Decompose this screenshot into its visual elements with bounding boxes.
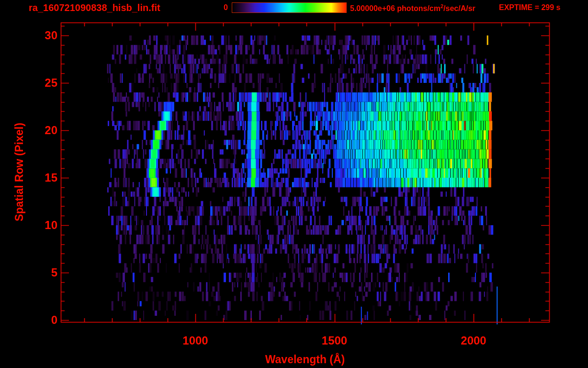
y-tick-label: 30 [29,29,57,42]
y-tick-label: 25 [29,76,57,90]
exptime-label: EXPTIME = 299 s [499,3,561,12]
x-axis-title: Wavelength (Å) [228,353,382,366]
file-title: ra_160721090838_hisb_lin.fit [29,2,160,13]
colorbar-max-suffix: /sec/A/sr [443,4,475,12]
y-tick-label: 0 [29,313,57,327]
colorbar-min-label: 0 [210,3,228,12]
y-tick-label: 10 [29,218,57,232]
y-axis-title: Spatial Row (Pixel) [13,100,25,244]
x-tick-label: 1500 [313,334,356,347]
x-tick-label: 1000 [174,334,217,347]
x-tick-label: 2000 [452,334,495,347]
colorbar-gradient [232,2,347,13]
y-tick-label: 15 [29,171,57,184]
colorbar-max-prefix: 5.00000e+06 photons/cm [350,4,441,12]
y-tick-label: 5 [29,266,57,279]
spectrum-heatmap-canvas [0,0,588,368]
y-tick-label: 20 [29,124,57,137]
colorbar-max-label: 5.00000e+06 photons/cm2/sec/A/sr [350,3,475,13]
